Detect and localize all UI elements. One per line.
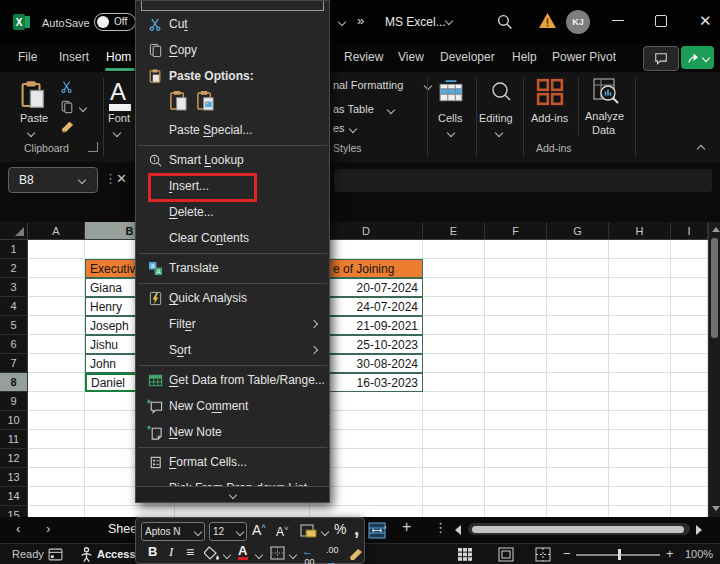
row-header-10[interactable]: 10 — [0, 411, 28, 430]
cells-label[interactable]: Cells — [438, 112, 462, 124]
number-format-chevron-icon[interactable] — [321, 528, 329, 536]
row-header-7[interactable]: 7 — [0, 354, 28, 373]
format-as-table-label-partial[interactable]: as Table — [333, 103, 374, 115]
row-header-2[interactable]: 2 — [0, 259, 28, 278]
zoom-slider-thumb[interactable] — [618, 549, 621, 560]
cancel-icon[interactable]: ✕ — [116, 171, 127, 186]
format-painter-mini-icon[interactable] — [348, 547, 364, 564]
format-painter-icon[interactable] — [60, 120, 75, 138]
normal-view-icon[interactable] — [457, 547, 473, 564]
menu-item-paste-options[interactable]: Paste Options: — [136, 63, 329, 89]
font-size-select[interactable]: 12 — [209, 522, 247, 541]
tab-review[interactable]: Review — [344, 50, 383, 64]
context-menu-more[interactable] — [136, 486, 329, 502]
font-color-chevron-icon[interactable] — [255, 551, 263, 559]
column-header-E[interactable]: E — [423, 222, 485, 240]
copy-icon[interactable] — [60, 100, 74, 118]
borders-chevron-icon[interactable] — [289, 551, 297, 559]
align-icon[interactable]: ≡ — [186, 544, 194, 560]
shrink-font-button[interactable]: A˅ — [276, 524, 289, 539]
grow-font-button[interactable]: A˄ — [252, 522, 266, 538]
copy-chevron-icon[interactable] — [79, 104, 87, 112]
menu-item-format-cells[interactable]: Format Cells... — [136, 449, 329, 475]
vertical-scroll-thumb[interactable] — [711, 238, 718, 338]
row-header-1[interactable]: 1 — [0, 240, 28, 259]
column-header-G[interactable]: G — [547, 222, 609, 240]
maximize-icon[interactable] — [655, 15, 667, 27]
paste-button[interactable] — [20, 80, 46, 114]
paste-picture-icon[interactable] — [196, 90, 215, 116]
menu-item-copy[interactable]: Copy — [136, 37, 329, 63]
vertical-scrollbar[interactable] — [708, 222, 720, 517]
tab-bar-grip-icon[interactable]: ⋮ — [434, 520, 447, 535]
bold-button[interactable]: B — [148, 544, 157, 559]
column-header-F[interactable]: F — [485, 222, 547, 240]
paste-chevron-icon[interactable] — [27, 129, 35, 137]
zoom-in-icon[interactable]: + — [666, 546, 674, 561]
hscroll-right-icon[interactable] — [696, 525, 702, 535]
new-sheet-icon[interactable]: + — [402, 518, 411, 536]
add-ins-label[interactable]: Add-ins — [531, 112, 568, 124]
conditional-formatting-label-partial[interactable]: nal Formatting — [333, 79, 403, 91]
menu-item-quick-analysis[interactable]: Quick Analysis — [136, 285, 329, 311]
tab-power-pivot[interactable]: Power Pivot — [552, 50, 616, 64]
macro-record-icon[interactable] — [48, 548, 63, 563]
row-header-5[interactable]: 5 — [0, 316, 28, 335]
menu-item-new-comment[interactable]: New Comment — [136, 393, 329, 419]
search-icon[interactable] — [496, 13, 513, 34]
editing-chevron-icon[interactable] — [495, 129, 503, 137]
share-button[interactable] — [681, 46, 714, 69]
menu-item-get-data-from-table-range[interactable]: Get Data from Table/Range... — [136, 367, 329, 393]
row-header-12[interactable]: 12 — [0, 449, 28, 468]
analyze-data-label-line2[interactable]: Data — [592, 124, 615, 136]
comma-style-button[interactable]: , — [354, 518, 359, 540]
tab-insert[interactable]: Insert — [59, 50, 89, 64]
horizontal-scroll-thumb[interactable] — [472, 526, 684, 533]
row-header-9[interactable]: 9 — [0, 392, 28, 411]
font-chevron-icon[interactable] — [113, 129, 121, 137]
column-header-A[interactable]: A — [28, 222, 85, 240]
minimize-icon[interactable] — [612, 20, 624, 21]
prev-sheet-icon[interactable]: ‹ — [16, 521, 20, 536]
zoom-level[interactable]: 100% — [685, 548, 713, 560]
more-commands-icon[interactable]: » — [357, 13, 364, 28]
comments-button[interactable] — [643, 46, 679, 71]
close-icon[interactable]: ✕ — [699, 12, 712, 30]
column-header-I[interactable]: I — [671, 222, 708, 240]
row-header-11[interactable]: 11 — [0, 430, 28, 449]
menu-item-smart-lookup[interactable]: Smart Lookup — [136, 147, 329, 173]
zoom-out-icon[interactable]: − — [563, 546, 571, 561]
autosave-toggle[interactable]: Off — [94, 13, 136, 31]
collapse-ribbon-icon[interactable] — [697, 145, 705, 153]
percent-style-button[interactable]: % — [334, 521, 346, 537]
tab-view[interactable]: View — [398, 50, 424, 64]
italic-button[interactable]: I — [169, 544, 173, 560]
row-header-3[interactable]: 3 — [0, 278, 28, 297]
tab-file[interactable]: File — [18, 50, 37, 64]
name-box[interactable]: B8 — [8, 167, 98, 193]
row-header-8[interactable]: 8 — [0, 373, 28, 392]
paste-keep-formatting-icon[interactable] — [169, 90, 188, 116]
menu-item-cut[interactable]: Cut — [136, 11, 329, 37]
column-header-H[interactable]: H — [609, 222, 671, 240]
clipboard-dialog-launcher-icon[interactable] — [88, 142, 98, 152]
row-header-4[interactable]: 4 — [0, 297, 28, 316]
page-break-view-icon[interactable] — [535, 547, 551, 564]
row-header-14[interactable]: 14 — [0, 487, 28, 506]
formula-input[interactable] — [334, 169, 712, 192]
fill-color-icon[interactable] — [204, 546, 220, 564]
menu-item-new-note[interactable]: New Note — [136, 419, 329, 445]
decrease-decimal-icon[interactable]: ←.00 — [302, 545, 315, 564]
title-chevron-icon[interactable] — [445, 17, 453, 25]
cell-styles-label-partial[interactable]: es — [333, 122, 345, 134]
menu-item-paste-special[interactable]: Paste Special... — [136, 117, 329, 143]
font-name-select[interactable]: Aptos N — [141, 522, 205, 541]
cut-icon[interactable] — [60, 80, 74, 98]
scroll-down-icon[interactable] — [712, 506, 720, 511]
next-sheet-icon[interactable]: › — [46, 521, 50, 536]
borders-icon[interactable] — [270, 546, 285, 564]
hscroll-left-icon[interactable] — [455, 525, 461, 535]
fill-color-chevron-icon[interactable] — [223, 551, 231, 559]
avatar[interactable]: KJ — [566, 10, 590, 34]
row-header-13[interactable]: 13 — [0, 468, 28, 487]
